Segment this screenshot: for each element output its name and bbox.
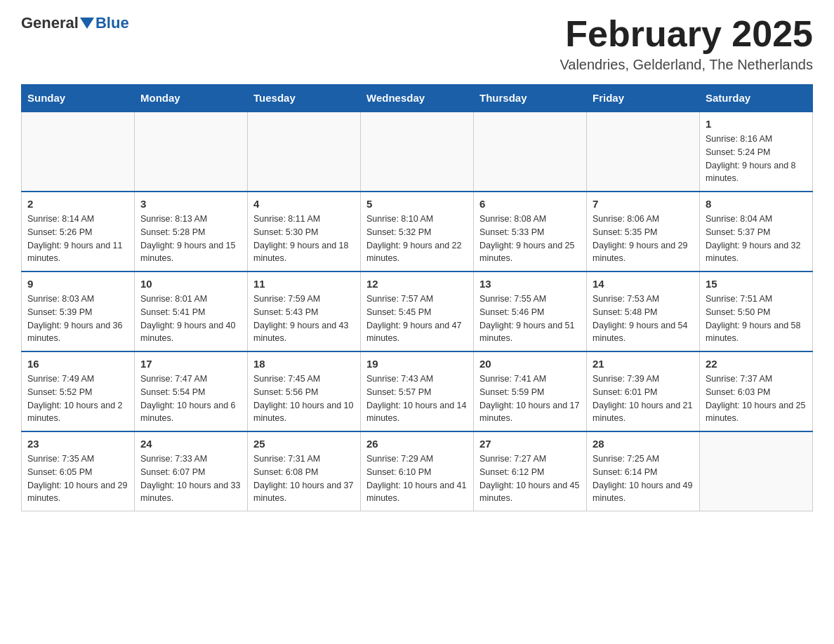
day-number: 8 — [706, 198, 807, 210]
weekday-header-sunday: Sunday — [22, 85, 135, 112]
week-row-2: 2Sunrise: 8:14 AMSunset: 5:26 PMDaylight… — [22, 192, 813, 271]
week-row-3: 9Sunrise: 8:03 AMSunset: 5:39 PMDaylight… — [22, 271, 813, 351]
day-number: 5 — [366, 198, 468, 210]
calendar-cell: 14Sunrise: 7:53 AMSunset: 5:48 PMDayligh… — [587, 271, 700, 351]
calendar-cell: 23Sunrise: 7:35 AMSunset: 6:05 PMDayligh… — [22, 431, 135, 511]
day-number: 21 — [593, 358, 694, 370]
day-number: 28 — [593, 438, 694, 450]
day-number: 27 — [479, 438, 581, 450]
logo-blue-text: Blue — [95, 14, 129, 32]
day-info: Sunrise: 7:51 AMSunset: 5:50 PMDaylight:… — [706, 293, 807, 345]
logo-general-text: General — [21, 14, 79, 32]
calendar-cell: 19Sunrise: 7:43 AMSunset: 5:57 PMDayligh… — [361, 351, 474, 431]
day-info: Sunrise: 8:04 AMSunset: 5:37 PMDaylight:… — [706, 213, 807, 265]
calendar-cell — [361, 112, 474, 192]
calendar-cell: 15Sunrise: 7:51 AMSunset: 5:50 PMDayligh… — [700, 271, 813, 351]
weekday-header-wednesday: Wednesday — [361, 85, 474, 112]
day-info: Sunrise: 7:37 AMSunset: 6:03 PMDaylight:… — [706, 373, 807, 425]
day-number: 4 — [253, 198, 355, 210]
day-info: Sunrise: 7:27 AMSunset: 6:12 PMDaylight:… — [479, 452, 581, 505]
day-info: Sunrise: 7:41 AMSunset: 5:59 PMDaylight:… — [479, 373, 581, 425]
weekday-header-monday: Monday — [135, 85, 248, 112]
day-number: 26 — [366, 438, 468, 450]
day-info: Sunrise: 7:29 AMSunset: 6:10 PMDaylight:… — [366, 452, 468, 505]
calendar-cell: 6Sunrise: 8:08 AMSunset: 5:33 PMDaylight… — [474, 192, 587, 271]
day-number: 23 — [27, 438, 128, 450]
day-info: Sunrise: 7:39 AMSunset: 6:01 PMDaylight:… — [593, 373, 694, 425]
calendar-cell — [587, 112, 700, 192]
calendar-cell: 9Sunrise: 8:03 AMSunset: 5:39 PMDaylight… — [22, 271, 135, 351]
day-number: 25 — [253, 438, 355, 450]
day-info: Sunrise: 8:08 AMSunset: 5:33 PMDaylight:… — [479, 213, 581, 265]
calendar-cell: 4Sunrise: 8:11 AMSunset: 5:30 PMDaylight… — [248, 192, 361, 271]
day-info: Sunrise: 8:01 AMSunset: 5:41 PMDaylight:… — [140, 293, 241, 345]
calendar-cell: 3Sunrise: 8:13 AMSunset: 5:28 PMDaylight… — [135, 192, 248, 271]
weekday-header-saturday: Saturday — [700, 85, 813, 112]
calendar-cell: 2Sunrise: 8:14 AMSunset: 5:26 PMDaylight… — [22, 192, 135, 271]
day-number: 20 — [479, 358, 581, 370]
month-title: February 2025 — [560, 14, 813, 54]
calendar-cell: 22Sunrise: 7:37 AMSunset: 6:03 PMDayligh… — [700, 351, 813, 431]
day-info: Sunrise: 7:25 AMSunset: 6:14 PMDaylight:… — [593, 452, 694, 505]
calendar-cell: 18Sunrise: 7:45 AMSunset: 5:56 PMDayligh… — [248, 351, 361, 431]
calendar-cell: 24Sunrise: 7:33 AMSunset: 6:07 PMDayligh… — [135, 431, 248, 511]
day-number: 10 — [140, 278, 241, 290]
day-number: 3 — [140, 198, 241, 210]
week-row-1: 1Sunrise: 8:16 AMSunset: 5:24 PMDaylight… — [22, 112, 813, 192]
calendar-cell: 8Sunrise: 8:04 AMSunset: 5:37 PMDaylight… — [700, 192, 813, 271]
calendar-cell: 1Sunrise: 8:16 AMSunset: 5:24 PMDaylight… — [700, 112, 813, 192]
day-info: Sunrise: 8:16 AMSunset: 5:24 PMDaylight:… — [706, 133, 807, 185]
calendar-cell — [22, 112, 135, 192]
calendar-cell: 27Sunrise: 7:27 AMSunset: 6:12 PMDayligh… — [474, 431, 587, 511]
calendar-cell: 21Sunrise: 7:39 AMSunset: 6:01 PMDayligh… — [587, 351, 700, 431]
calendar-cell — [135, 112, 248, 192]
calendar-cell: 20Sunrise: 7:41 AMSunset: 5:59 PMDayligh… — [474, 351, 587, 431]
day-info: Sunrise: 8:03 AMSunset: 5:39 PMDaylight:… — [27, 293, 128, 345]
weekday-header-tuesday: Tuesday — [248, 85, 361, 112]
calendar-cell: 28Sunrise: 7:25 AMSunset: 6:14 PMDayligh… — [587, 431, 700, 511]
logo-area: General Blue — [21, 14, 129, 32]
logo-triangle-icon — [80, 18, 94, 29]
day-info: Sunrise: 7:33 AMSunset: 6:07 PMDaylight:… — [140, 452, 241, 505]
calendar-cell — [248, 112, 361, 192]
day-number: 13 — [479, 278, 581, 290]
day-number: 17 — [140, 358, 241, 370]
week-row-5: 23Sunrise: 7:35 AMSunset: 6:05 PMDayligh… — [22, 431, 813, 511]
day-info: Sunrise: 8:06 AMSunset: 5:35 PMDaylight:… — [593, 213, 694, 265]
day-number: 6 — [479, 198, 581, 210]
day-number: 14 — [593, 278, 694, 290]
day-number: 9 — [27, 278, 128, 290]
calendar-cell: 5Sunrise: 8:10 AMSunset: 5:32 PMDaylight… — [361, 192, 474, 271]
day-info: Sunrise: 7:59 AMSunset: 5:43 PMDaylight:… — [253, 293, 355, 345]
calendar-cell: 26Sunrise: 7:29 AMSunset: 6:10 PMDayligh… — [361, 431, 474, 511]
calendar-cell: 12Sunrise: 7:57 AMSunset: 5:45 PMDayligh… — [361, 271, 474, 351]
day-number: 1 — [706, 118, 807, 130]
day-info: Sunrise: 8:14 AMSunset: 5:26 PMDaylight:… — [27, 213, 128, 265]
day-info: Sunrise: 7:35 AMSunset: 6:05 PMDaylight:… — [27, 452, 128, 505]
day-number: 24 — [140, 438, 241, 450]
weekday-header-row: SundayMondayTuesdayWednesdayThursdayFrid… — [22, 85, 813, 112]
day-info: Sunrise: 7:43 AMSunset: 5:57 PMDaylight:… — [366, 373, 468, 425]
day-number: 12 — [366, 278, 468, 290]
calendar-body: 1Sunrise: 8:16 AMSunset: 5:24 PMDaylight… — [22, 112, 813, 511]
calendar-cell: 7Sunrise: 8:06 AMSunset: 5:35 PMDaylight… — [587, 192, 700, 271]
day-number: 16 — [27, 358, 128, 370]
weekday-header-friday: Friday — [587, 85, 700, 112]
day-number: 7 — [593, 198, 694, 210]
day-info: Sunrise: 7:47 AMSunset: 5:54 PMDaylight:… — [140, 373, 241, 425]
calendar-cell: 13Sunrise: 7:55 AMSunset: 5:46 PMDayligh… — [474, 271, 587, 351]
header: General Blue February 2025 Valendries, G… — [21, 14, 813, 73]
week-row-4: 16Sunrise: 7:49 AMSunset: 5:52 PMDayligh… — [22, 351, 813, 431]
calendar-cell: 25Sunrise: 7:31 AMSunset: 6:08 PMDayligh… — [248, 431, 361, 511]
weekday-header-thursday: Thursday — [474, 85, 587, 112]
day-info: Sunrise: 8:10 AMSunset: 5:32 PMDaylight:… — [366, 213, 468, 265]
day-number: 2 — [27, 198, 128, 210]
day-number: 11 — [253, 278, 355, 290]
day-info: Sunrise: 7:45 AMSunset: 5:56 PMDaylight:… — [253, 373, 355, 425]
day-info: Sunrise: 8:11 AMSunset: 5:30 PMDaylight:… — [253, 213, 355, 265]
calendar-cell — [700, 431, 813, 511]
day-number: 19 — [366, 358, 468, 370]
calendar-header: SundayMondayTuesdayWednesdayThursdayFrid… — [22, 85, 813, 112]
calendar-cell: 11Sunrise: 7:59 AMSunset: 5:43 PMDayligh… — [248, 271, 361, 351]
day-info: Sunrise: 7:57 AMSunset: 5:45 PMDaylight:… — [366, 293, 468, 345]
